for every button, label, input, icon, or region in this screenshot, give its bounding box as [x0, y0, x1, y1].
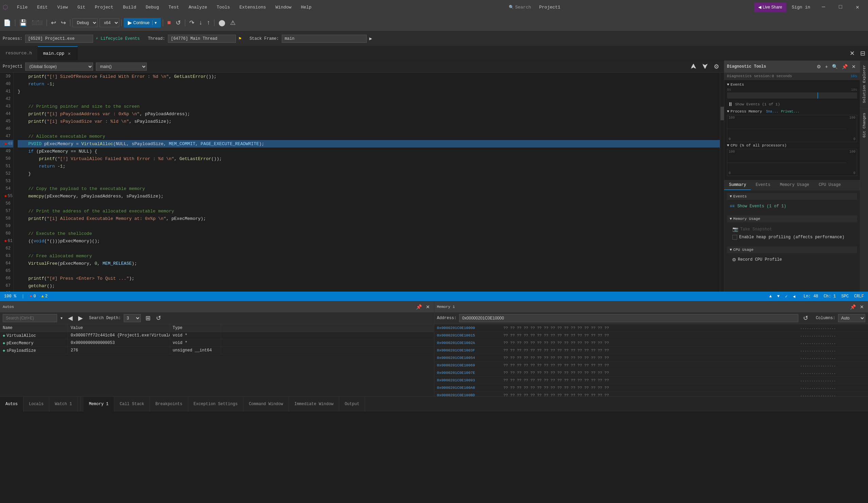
breakpoint-btn[interactable]: ⬤	[217, 18, 227, 28]
diag-tab-memory[interactable]: Memory Usage	[775, 181, 814, 190]
continue-button[interactable]: ▶ Continue ▾	[124, 18, 161, 28]
minimize-button[interactable]: ─	[816, 0, 831, 14]
heap-profile-item[interactable]: Enable heap profiling (affects performan…	[730, 234, 855, 241]
bottom-tab-locals[interactable]: Locals	[23, 397, 49, 412]
menu-tools[interactable]: Tools	[214, 3, 234, 11]
bottom-tab-output[interactable]: Output	[339, 397, 365, 412]
addr-input[interactable]	[459, 314, 798, 322]
autos-close-btn[interactable]: ✕	[424, 304, 431, 310]
eol-label[interactable]: CRLF	[854, 294, 864, 299]
zoom-level[interactable]: 100 %	[4, 294, 16, 299]
scope-select[interactable]: (Global Scope)	[25, 63, 93, 71]
menu-help[interactable]: Help	[297, 3, 315, 11]
autos-pin-btn[interactable]: 📌	[415, 304, 423, 310]
autos-search-options[interactable]: ▾	[59, 315, 64, 321]
diag-close-btn[interactable]: ✕	[850, 63, 857, 70]
menu-project[interactable]: Project	[91, 3, 117, 11]
summary-cpu-header[interactable]: ▼ CPU Usage	[727, 246, 857, 253]
cols-select[interactable]: Auto	[838, 314, 865, 322]
memory-pin-btn[interactable]: 📌	[849, 304, 857, 310]
bottom-tab-autos[interactable]: Autos	[0, 397, 23, 412]
sign-in-label[interactable]: Sign in	[787, 5, 814, 10]
undo-btn[interactable]: ↩	[49, 18, 58, 28]
menu-view[interactable]: View	[54, 3, 71, 11]
bottom-tab-cmdwindow[interactable]: Command Window	[243, 397, 289, 412]
menu-test[interactable]: Test	[165, 3, 183, 11]
timeline-track[interactable]	[727, 92, 857, 99]
tab-resource-h[interactable]: resource.h	[0, 46, 38, 61]
save-all-btn[interactable]: ⬛⬛	[30, 19, 44, 27]
step-over-btn[interactable]: ↷	[187, 18, 196, 28]
proc-mem-collapse[interactable]: ▼	[727, 110, 729, 113]
bottom-tab-immediate[interactable]: Immediate Window	[289, 397, 339, 412]
split-editor-btn[interactable]: ⊟	[857, 48, 868, 59]
close-button[interactable]: ✕	[850, 0, 865, 14]
diag-tab-events[interactable]: Events	[751, 181, 775, 190]
timeline-pause-btn[interactable]: ⏸	[727, 101, 734, 108]
search-label[interactable]: Search	[515, 5, 531, 10]
diag-search-btn[interactable]: 🔍	[830, 63, 839, 70]
menu-build[interactable]: Build	[120, 3, 140, 11]
diag-settings-btn[interactable]: ⚙	[815, 63, 823, 70]
editor-scroll-thumb[interactable]	[721, 107, 724, 120]
bottom-tab-callstack[interactable]: Call Stack	[114, 397, 150, 412]
diag-tab-summary[interactable]: Summary	[724, 181, 751, 190]
step-into-btn[interactable]: ↓	[197, 18, 204, 28]
editor-scrollbar[interactable]	[720, 73, 724, 291]
nav-up-btn[interactable]: ▲	[769, 294, 772, 299]
show-events-label[interactable]: Show Events (1 of 1)	[737, 204, 786, 209]
autos-expand-btn[interactable]: ⊞	[143, 314, 153, 322]
summary-events-header[interactable]: ▼ Events	[727, 193, 857, 200]
git-changes-tab[interactable]: Git Changes	[860, 109, 868, 142]
ln-ch[interactable]: Ln: 48	[804, 294, 818, 299]
tasks-btn[interactable]: ✓	[785, 294, 787, 299]
menu-debug[interactable]: Debug	[142, 3, 163, 11]
diag-new-btn[interactable]: +	[824, 63, 829, 70]
lifecycle-events-btn[interactable]: ⚡ Lifecycle Events	[96, 36, 140, 41]
search-depth-select[interactable]: 3	[124, 314, 141, 322]
nav-down-btn[interactable]: ▼	[777, 294, 779, 299]
menu-window[interactable]: Window	[272, 3, 295, 11]
heap-checkbox[interactable]	[732, 235, 737, 239]
addr-refresh-btn[interactable]: ↺	[801, 314, 810, 322]
encoding-label[interactable]: SPC	[841, 294, 849, 299]
platform-select[interactable]: x64	[100, 18, 119, 27]
events-collapse-icon[interactable]: ▼	[727, 83, 729, 87]
maximize-button[interactable]: □	[833, 0, 848, 14]
stack-go-icon[interactable]: ▶	[370, 36, 372, 41]
bottom-tab-breakpoints[interactable]: Breakpoints	[150, 397, 188, 412]
menu-extensions[interactable]: Extensions	[236, 3, 269, 11]
close-all-docs-btn[interactable]: ✕	[847, 48, 857, 59]
step-out-btn[interactable]: ↑	[205, 18, 212, 28]
bottom-tab-exception[interactable]: Exception Settings	[188, 397, 244, 412]
cpu-profile-item[interactable]: Record CPU Profile	[730, 256, 855, 264]
editor-settings-btn[interactable]: ⚙	[712, 62, 721, 71]
restart-btn[interactable]: ↺	[174, 18, 183, 28]
editor-scroll-up-btn[interactable]: ⮝	[689, 62, 699, 71]
stop-debug-btn[interactable]: ■	[165, 18, 173, 28]
live-share-button[interactable]: ◀ Live Share	[754, 2, 786, 12]
menu-edit[interactable]: Edit	[34, 3, 51, 11]
editor-scroll-down-btn[interactable]: ⮟	[700, 62, 710, 71]
tab-main-cpp[interactable]: main.cpp ✕	[38, 46, 78, 61]
cpu-collapse[interactable]: ▼	[727, 143, 729, 147]
continue-dropdown-icon[interactable]: ▾	[152, 20, 157, 25]
save-btn[interactable]: 💾	[17, 18, 29, 28]
diag-pin-btn[interactable]: 📌	[840, 63, 849, 70]
menu-git[interactable]: Git	[74, 3, 89, 11]
take-snapshot-btn[interactable]: 📷 Take Snapshot	[730, 225, 855, 234]
error-indicator[interactable]: ● 0	[30, 294, 36, 299]
memory-close-btn[interactable]: ✕	[858, 304, 865, 310]
menu-analyze[interactable]: Analyze	[185, 3, 211, 11]
new-file-btn[interactable]: 📄	[1, 18, 13, 28]
project-name-label[interactable]: Project1	[3, 64, 22, 69]
solution-explorer-tab[interactable]: Solution Explorer	[860, 61, 868, 107]
redo-btn[interactable]: ↪	[59, 18, 68, 28]
nav-arrows[interactable]: ◀	[793, 294, 795, 299]
menu-file[interactable]: File	[13, 3, 31, 11]
autos-next-btn[interactable]: ▶	[76, 314, 85, 322]
debug-mode-select[interactable]: Debug	[72, 18, 97, 27]
bottom-tab-memory1[interactable]: Memory 1	[84, 397, 115, 412]
exception-btn[interactable]: ⚠	[228, 18, 238, 28]
autos-search[interactable]	[3, 314, 57, 322]
